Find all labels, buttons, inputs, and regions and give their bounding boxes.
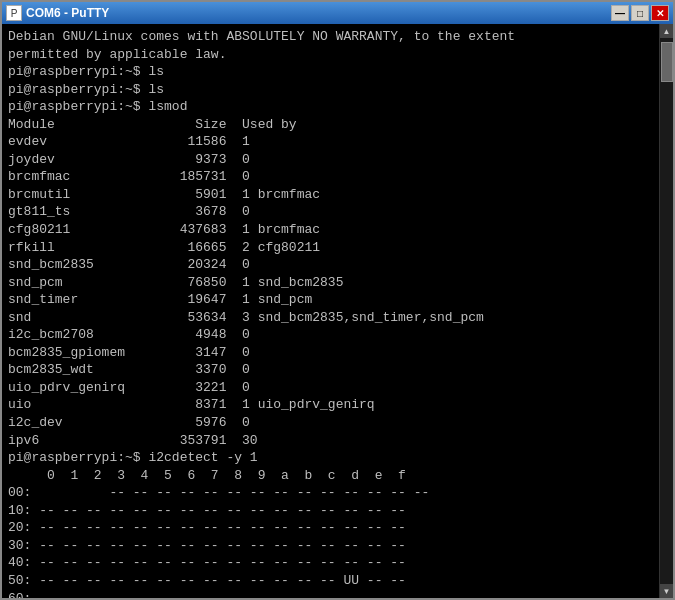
scrollbar[interactable]: ▲ ▼ bbox=[659, 24, 673, 598]
scrollbar-thumb[interactable] bbox=[661, 42, 673, 82]
putty-window: P COM6 - PuTTY — □ ✕ Debian GNU/Linux co… bbox=[0, 0, 675, 600]
minimize-button[interactable]: — bbox=[611, 5, 629, 21]
terminal-output: Debian GNU/Linux comes with ABSOLUTELY N… bbox=[2, 24, 659, 598]
titlebar: P COM6 - PuTTY — □ ✕ bbox=[2, 2, 673, 24]
close-button[interactable]: ✕ bbox=[651, 5, 669, 21]
window-controls: — □ ✕ bbox=[611, 5, 669, 21]
scroll-up-button[interactable]: ▲ bbox=[660, 24, 674, 38]
window-title: COM6 - PuTTY bbox=[26, 6, 611, 20]
app-icon: P bbox=[6, 5, 22, 21]
terminal-area[interactable]: Debian GNU/Linux comes with ABSOLUTELY N… bbox=[2, 24, 673, 598]
maximize-button[interactable]: □ bbox=[631, 5, 649, 21]
scroll-down-button[interactable]: ▼ bbox=[660, 584, 674, 598]
